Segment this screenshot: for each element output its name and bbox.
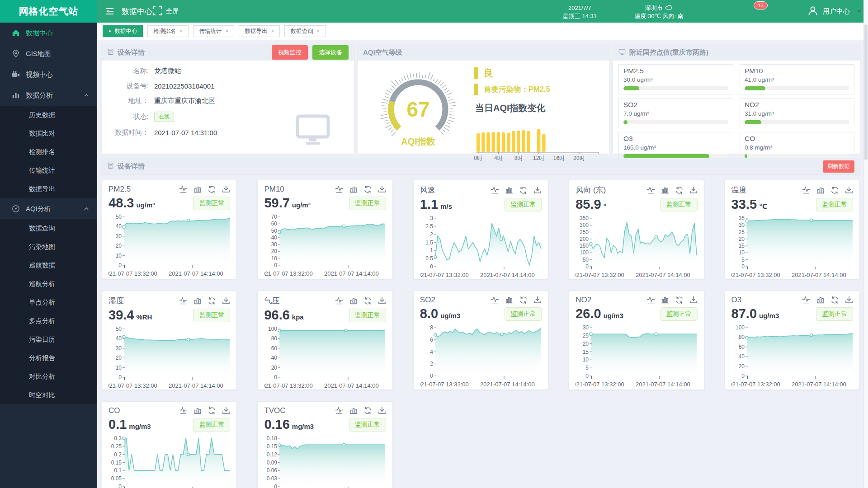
- download-icon[interactable]: [222, 297, 230, 305]
- sidebar-item-video-center[interactable]: 视频中心: [0, 64, 97, 85]
- download-icon[interactable]: [845, 296, 853, 304]
- download-icon[interactable]: [378, 407, 386, 415]
- user-icon: [807, 5, 818, 18]
- download-icon[interactable]: [689, 186, 698, 194]
- sidebar-item-gis-map[interactable]: GIS地图: [0, 43, 97, 64]
- sidebar-subitem[interactable]: 时空对比: [0, 386, 97, 404]
- bar-chart-icon[interactable]: [349, 407, 358, 415]
- sidebar-item-data-center[interactable]: 数据中心: [0, 23, 97, 43]
- bar-chart-icon[interactable]: [661, 186, 669, 194]
- sidebar-subitem[interactable]: 巡航分析: [0, 275, 97, 293]
- refresh-icon[interactable]: [208, 297, 216, 305]
- bar-chart-icon[interactable]: [505, 296, 513, 304]
- line-chart-icon[interactable]: [802, 296, 811, 304]
- download-icon[interactable]: [845, 186, 853, 194]
- tab-传输统计[interactable]: 传输统计×: [193, 25, 234, 37]
- sidebar-subitem[interactable]: 数据比对: [0, 124, 97, 143]
- sidebar-subitem[interactable]: 对比分析: [0, 367, 97, 386]
- refresh-icon[interactable]: [363, 407, 372, 415]
- weekday-time-text: 星期三 14:31: [563, 12, 597, 20]
- refresh-icon[interactable]: [519, 296, 528, 304]
- svg-text:0.3: 0.3: [114, 435, 122, 441]
- refresh-icon[interactable]: [675, 186, 684, 194]
- sidebar-subitem[interactable]: 多点分析: [0, 312, 97, 330]
- select-device-button[interactable]: 选择设备: [312, 45, 349, 60]
- line-chart-icon[interactable]: [335, 407, 344, 415]
- download-icon[interactable]: [222, 185, 230, 193]
- tab-数据中心[interactable]: ●数据中心: [103, 25, 143, 37]
- sidebar-item-aqi-analysis[interactable]: AQI分析: [0, 198, 97, 219]
- notification-badge[interactable]: 13: [754, 1, 768, 9]
- svg-text:40: 40: [116, 335, 122, 342]
- refresh-icon[interactable]: [830, 186, 839, 194]
- download-icon[interactable]: [533, 296, 542, 304]
- video-monitor-button[interactable]: 视频监控: [272, 45, 308, 60]
- bar-chart-icon[interactable]: [816, 186, 825, 194]
- line-chart-icon[interactable]: [646, 296, 655, 304]
- refresh-icon[interactable]: [208, 185, 216, 193]
- download-icon[interactable]: [378, 297, 386, 305]
- scrollbar-thumb[interactable]: [864, 24, 868, 160]
- line-chart-icon[interactable]: [179, 185, 188, 193]
- bar-chart-icon[interactable]: [349, 185, 358, 193]
- fullscreen-button[interactable]: 全屏: [152, 0, 179, 23]
- sidebar-subitem[interactable]: 分析报告: [0, 349, 97, 367]
- chevron-up-icon[interactable]: [84, 206, 89, 211]
- bar-chart-icon[interactable]: [349, 297, 358, 305]
- tab-检测排名[interactable]: 检测排名×: [147, 25, 189, 37]
- download-icon[interactable]: [533, 186, 542, 194]
- refresh-icon[interactable]: [830, 296, 839, 304]
- status-badge: 监测正常: [349, 197, 386, 210]
- sidebar-subitem[interactable]: 污染地图: [0, 238, 97, 256]
- metric-unit: m/s: [440, 202, 452, 210]
- chevron-up-icon[interactable]: [84, 93, 89, 98]
- sidebar-menu: 数据中心GIS地图视频中心数据分析历史数据数据比对检测排名传输统计数据导出AQI…: [0, 23, 97, 404]
- download-icon[interactable]: [222, 407, 230, 415]
- sidebar-subitem[interactable]: 数据导出: [0, 180, 97, 198]
- pollutant-value: 41.0 ug/m³: [745, 76, 849, 83]
- tab-数据导出[interactable]: 数据导出×: [239, 25, 280, 37]
- sidebar-subitem[interactable]: 单点分析: [0, 293, 97, 312]
- refresh-icon[interactable]: [363, 185, 372, 193]
- sidebar-subitem[interactable]: 检测排名: [0, 143, 97, 161]
- sidebar-subitem[interactable]: 传输统计: [0, 161, 97, 180]
- refresh-icon[interactable]: [519, 186, 528, 194]
- line-chart-icon[interactable]: [646, 186, 655, 194]
- page-scrollbar[interactable]: [863, 0, 868, 488]
- close-icon[interactable]: ×: [271, 28, 274, 34]
- bar-chart-icon[interactable]: [193, 407, 202, 415]
- sidebar-subitem[interactable]: 巡航数据: [0, 256, 97, 275]
- refresh-icon[interactable]: [208, 407, 216, 415]
- sidebar-subitem[interactable]: 历史数据: [0, 106, 97, 124]
- download-icon[interactable]: [378, 185, 386, 193]
- sidebar-item-data-analysis[interactable]: 数据分析: [0, 85, 97, 106]
- line-chart-icon[interactable]: [491, 296, 499, 304]
- refresh-data-button[interactable]: 刷新数据: [823, 160, 854, 173]
- bar-chart-icon[interactable]: [193, 297, 202, 305]
- line-chart-icon[interactable]: [802, 186, 811, 194]
- line-chart-icon[interactable]: [179, 407, 188, 415]
- bar-chart-icon[interactable]: [193, 185, 202, 193]
- bar-chart-icon[interactable]: [505, 186, 513, 194]
- svg-text:50: 50: [116, 214, 122, 220]
- bar-chart-icon[interactable]: [816, 296, 825, 304]
- line-chart-icon[interactable]: [335, 185, 344, 193]
- download-icon[interactable]: [689, 296, 698, 304]
- bar-chart-icon[interactable]: [661, 296, 669, 304]
- svg-text:250: 250: [580, 229, 589, 235]
- sidebar-subitem[interactable]: 污染日历: [0, 330, 97, 349]
- user-menu[interactable]: 用户中心: [807, 0, 862, 23]
- menu-fold-icon[interactable]: [105, 8, 114, 15]
- close-icon[interactable]: ×: [225, 28, 228, 34]
- svg-text:3: 3: [430, 215, 433, 221]
- line-chart-icon[interactable]: [491, 186, 499, 194]
- refresh-icon[interactable]: [363, 297, 372, 305]
- aqi-gauge: 67AQI指数: [362, 61, 474, 164]
- refresh-icon[interactable]: [675, 296, 684, 304]
- tab-数据查询[interactable]: 数据查询×: [284, 25, 326, 37]
- sidebar-subitem[interactable]: 数据查询: [0, 219, 97, 238]
- close-icon[interactable]: ×: [179, 28, 183, 34]
- close-icon[interactable]: ×: [316, 28, 320, 34]
- line-chart-icon[interactable]: [179, 297, 188, 305]
- line-chart-icon[interactable]: [335, 297, 344, 305]
